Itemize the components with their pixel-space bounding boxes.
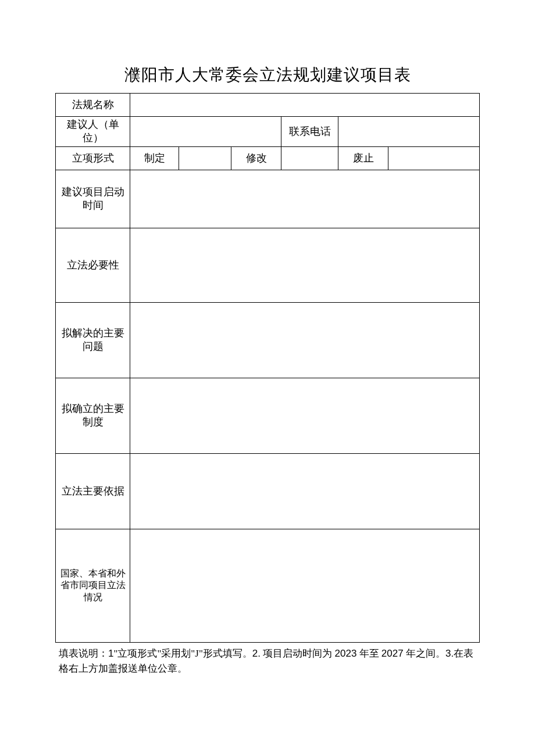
label-proposer: 建议人（单位） <box>56 117 130 147</box>
value-type-repeal[interactable] <box>388 146 480 170</box>
instructions-text: 填表说明：1"立项形式"采用划"J"形式填写。2. 项目启动时间为 2023 年… <box>55 646 480 677</box>
label-type-repeal: 废止 <box>338 146 388 170</box>
instructions-part1: "立项形式"采用划"J"形式填写。 <box>113 648 252 659</box>
instructions-num2: 2. <box>252 648 261 659</box>
value-systems[interactable] <box>130 378 480 453</box>
label-basis: 立法主要依据 <box>56 453 130 529</box>
instructions-year2: 2027 <box>381 648 404 659</box>
label-project-type: 立项形式 <box>56 146 130 170</box>
label-type-amend: 修改 <box>231 146 281 170</box>
value-problems[interactable] <box>130 302 480 378</box>
value-start-time[interactable] <box>130 170 480 228</box>
table-row: 立法主要依据 <box>56 453 480 529</box>
value-regulation-name[interactable] <box>130 94 480 117</box>
value-type-amend[interactable] <box>281 146 338 170</box>
form-table: 法规名称 建议人（单位） 联系电话 立项形式 制定 修改 废止 建议项目启动时间… <box>55 93 480 643</box>
table-row: 拟确立的主要制度 <box>56 378 480 453</box>
label-necessity: 立法必要性 <box>56 228 130 302</box>
instructions-part2a: 项目启动时间为 <box>261 648 335 659</box>
instructions-num3: 3. <box>445 648 454 659</box>
table-row: 拟解决的主要问题 <box>56 302 480 378</box>
value-contact-phone[interactable] <box>338 117 480 147</box>
table-row: 国家、本省和外省市同项目立法情况 <box>56 529 480 642</box>
value-proposer[interactable] <box>130 117 281 147</box>
page-title: 濮阳市人大常委会立法规划建议项目表 <box>55 64 480 86</box>
instructions-prefix: 填表说明： <box>59 648 108 659</box>
value-other-status[interactable] <box>130 529 480 642</box>
label-start-time: 建议项目启动时间 <box>56 170 130 228</box>
instructions-mid: 年至 <box>356 648 381 659</box>
table-row: 立法必要性 <box>56 228 480 302</box>
value-basis[interactable] <box>130 453 480 529</box>
instructions-year1: 2023 <box>335 648 357 659</box>
value-type-enact[interactable] <box>179 146 231 170</box>
table-row: 建议人（单位） 联系电话 <box>56 117 480 147</box>
label-systems: 拟确立的主要制度 <box>56 378 130 453</box>
label-type-enact: 制定 <box>130 146 179 170</box>
table-row: 法规名称 <box>56 94 480 117</box>
value-necessity[interactable] <box>130 228 480 302</box>
instructions-part2b: 年之间。 <box>404 648 445 659</box>
label-other-status: 国家、本省和外省市同项目立法情况 <box>56 529 130 642</box>
table-row: 建议项目启动时间 <box>56 170 480 228</box>
label-problems: 拟解决的主要问题 <box>56 302 130 378</box>
label-regulation-name: 法规名称 <box>56 94 130 117</box>
label-contact-phone: 联系电话 <box>281 117 338 147</box>
table-row: 立项形式 制定 修改 废止 <box>56 146 480 170</box>
